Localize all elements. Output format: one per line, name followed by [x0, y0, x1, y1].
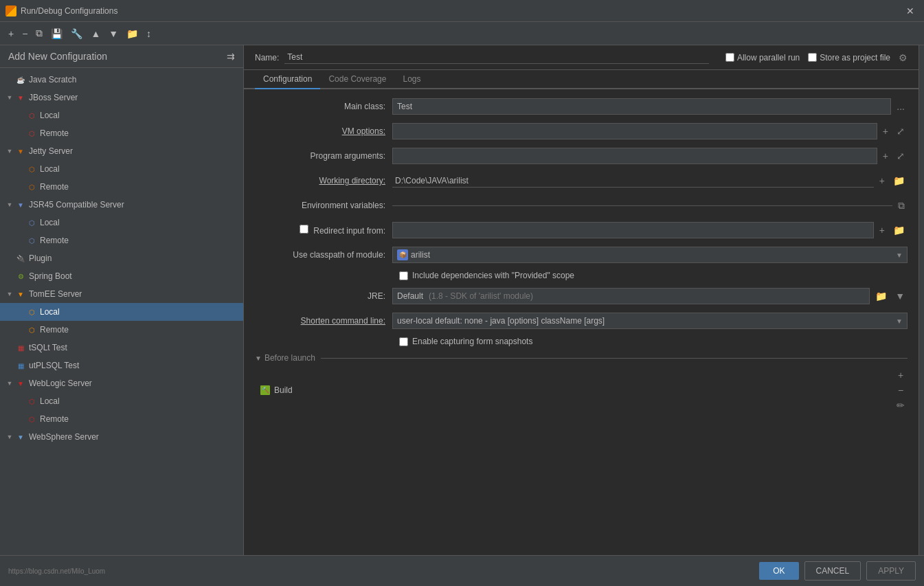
before-launch-divider: ▼ Before launch	[255, 353, 908, 363]
redirect-input-checkbox[interactable]	[300, 225, 308, 234]
tree-item-jboss-local[interactable]: ⬡Local	[0, 106, 243, 124]
move-up-button[interactable]: ▲	[88, 27, 103, 41]
tree-icon-jsr45-remote: ⬡	[26, 235, 37, 246]
before-launch-add-button[interactable]: +	[894, 368, 908, 382]
store-project-file-label: Store as project file	[820, 53, 890, 63]
sort-button[interactable]: ↕	[144, 27, 154, 41]
redirect-input-add-button[interactable]: +	[877, 223, 888, 237]
store-project-file-checkbox[interactable]	[808, 53, 817, 62]
tree-item-weblogic-local[interactable]: ⬡Local	[0, 392, 243, 410]
vm-options-input[interactable]	[392, 123, 877, 139]
tree-item-jsr45-remote[interactable]: ⬡Remote	[0, 232, 243, 249]
settings-button[interactable]: 🔧	[68, 27, 85, 41]
tree-item-jsr45-local[interactable]: ⬡Local	[0, 214, 243, 232]
tree-item-utplsql-test[interactable]: ▦utPLSQL Test	[0, 357, 243, 374]
tree-label-jboss-local: Local	[40, 111, 60, 120]
redirect-input-browse-button[interactable]: 📁	[890, 223, 908, 237]
save-config-button[interactable]: 💾	[48, 27, 65, 41]
working-dir-input[interactable]	[392, 174, 874, 188]
tree-label-java-scratch: Java Scratch	[29, 75, 76, 84]
config-form: Main class: ... VM options: + ⤢ Program …	[244, 89, 919, 555]
tree-expand-jetty-server: ▼	[5, 147, 14, 155]
name-right: Allow parallel run Store as project file…	[725, 52, 908, 63]
program-args-add-button[interactable]: +	[880, 149, 891, 163]
include-deps-row: Include dependencies with "Provided" sco…	[255, 271, 908, 280]
tree-item-spring-boot[interactable]: ⚙Spring Boot	[0, 267, 243, 285]
tree-label-weblogic-local: Local	[40, 396, 60, 406]
redirect-input-input[interactable]	[392, 222, 874, 238]
jre-browse-button[interactable]: 📁	[872, 289, 890, 303]
tree-item-weblogic-server[interactable]: ▼▼WebLogic Server	[0, 374, 243, 392]
tab-logs[interactable]: Logs	[394, 70, 429, 89]
dialog-title: Run/Debug Configurations	[21, 6, 117, 16]
env-vars-copy-button[interactable]: ⧉	[895, 199, 908, 213]
classpath-module-select[interactable]: 📦 arilist ▼	[392, 247, 908, 263]
jre-value-row: Default (1.8 - SDK of 'arilist' module) …	[392, 288, 908, 304]
tree-item-jboss-server[interactable]: ▼▼JBoss Server	[0, 89, 243, 106]
move-to-folder-button[interactable]: 📁	[124, 27, 141, 41]
before-launch-remove-button[interactable]: −	[894, 383, 908, 397]
gear-icon[interactable]: ⚙	[899, 52, 908, 63]
classpath-row: Use classpath of module: 📦 arilist ▼	[255, 246, 908, 264]
include-deps-checkbox[interactable]	[399, 271, 408, 280]
tree-item-java-scratch[interactable]: ☕Java Scratch	[0, 71, 243, 89]
enable-snapshots-row: Enable capturing form snapshots	[255, 337, 908, 346]
tree-icon-websphere-server: ▼	[15, 431, 26, 442]
jre-select[interactable]: Default (1.8 - SDK of 'arilist' module)	[392, 288, 870, 304]
tree-expand-jboss-remote	[16, 129, 25, 137]
tree-item-jboss-remote[interactable]: ⬡Remote	[0, 124, 243, 142]
jre-dropdown-button[interactable]: ▼	[892, 289, 908, 303]
program-args-expand-button[interactable]: ⤢	[894, 149, 908, 163]
tab-configuration[interactable]: Configuration	[255, 70, 320, 89]
close-button[interactable]: ✕	[902, 4, 919, 18]
program-args-input[interactable]	[392, 148, 877, 164]
tree-expand-java-scratch	[5, 76, 14, 84]
tree-expand-websphere-server: ▼	[5, 433, 14, 441]
copy-config-button[interactable]: ⧉	[33, 26, 45, 41]
tree-item-jetty-remote[interactable]: ⬡Remote	[0, 178, 243, 196]
module-icon: 📦	[397, 249, 408, 260]
before-launch-edit-button[interactable]: ✏	[894, 398, 908, 412]
name-input[interactable]	[284, 51, 709, 64]
tree-expand-jetty-remote	[16, 183, 25, 191]
main-class-browse-button[interactable]: ...	[894, 101, 908, 112]
right-scrollbar[interactable]	[919, 45, 924, 555]
tree-item-tomee-server[interactable]: ▼▼TomEE Server	[0, 285, 243, 303]
allow-parallel-run-checkbox[interactable]	[725, 53, 734, 62]
working-dir-add-button[interactable]: +	[877, 174, 888, 188]
store-project-file-row: Store as project file	[808, 53, 890, 63]
ok-button[interactable]: OK	[759, 562, 798, 580]
cancel-button[interactable]: CANCEL	[804, 561, 861, 581]
classpath-label: Use classpath of module:	[255, 250, 392, 260]
enable-snapshots-checkbox[interactable]	[399, 337, 408, 346]
tree-item-tsqlt-test[interactable]: ▦tSQLt Test	[0, 339, 243, 357]
tree-icon-plugin: 🔌	[15, 253, 26, 264]
tab-code-coverage[interactable]: Code Coverage	[320, 70, 394, 89]
shorten-cmdline-text: user-local default: none - java [options…	[397, 316, 893, 326]
before-launch-collapse-icon[interactable]: ▼	[255, 354, 262, 362]
remove-config-button[interactable]: −	[19, 27, 30, 41]
shorten-cmdline-select[interactable]: user-local default: none - java [options…	[392, 313, 908, 329]
tree-item-jetty-server[interactable]: ▼▼Jetty Server	[0, 142, 243, 160]
working-dir-browse-button[interactable]: 📁	[890, 174, 908, 188]
vm-options-add-button[interactable]: +	[880, 124, 891, 138]
tree-item-tomee-local[interactable]: ⬡Local	[0, 303, 243, 321]
tree-icon-utplsql-test: ▦	[15, 360, 26, 371]
tree-icon-weblogic-remote: ⬡	[26, 414, 37, 425]
vm-options-expand-button[interactable]: ⤢	[894, 124, 908, 138]
env-vars-row: Environment variables: ⧉	[255, 196, 908, 214]
tree-item-tomee-remote[interactable]: ⬡Remote	[0, 321, 243, 339]
tree-label-tsqlt-test: tSQLt Test	[29, 343, 67, 352]
add-config-button[interactable]: +	[5, 27, 16, 41]
tree-item-jsr45-server[interactable]: ▼▼JSR45 Compatible Server	[0, 196, 243, 214]
tree-item-jetty-local[interactable]: ⬡Local	[0, 160, 243, 178]
collapse-icon[interactable]: ⇉	[227, 51, 235, 62]
tree-item-websphere-server[interactable]: ▼▼WebSphere Server	[0, 428, 243, 446]
move-down-button[interactable]: ▼	[106, 27, 121, 41]
allow-parallel-run-row: Allow parallel run	[725, 53, 800, 63]
tree-item-plugin[interactable]: 🔌Plugin	[0, 249, 243, 267]
main-class-input[interactable]	[392, 98, 891, 115]
apply-button[interactable]: APPLY	[866, 561, 916, 581]
jre-detail-text: (1.8 - SDK of 'arilist' module)	[429, 291, 533, 301]
tree-item-weblogic-remote[interactable]: ⬡Remote	[0, 410, 243, 428]
